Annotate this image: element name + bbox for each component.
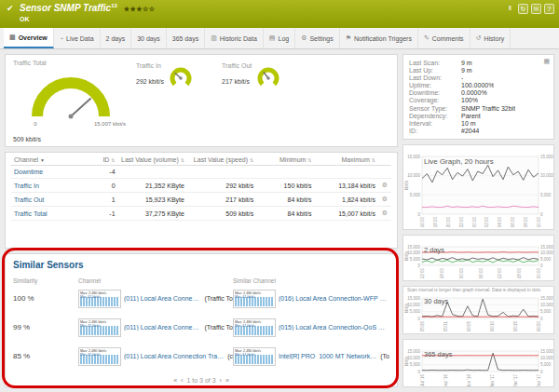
overview-grid-icon: ▦ (9, 34, 16, 41)
mail-icon[interactable]: ✉ (531, 4, 541, 14)
wrench-icon[interactable] (378, 166, 391, 179)
channel-name[interactable]: Downtime (11, 166, 89, 179)
col-id-header[interactable]: ID ⇅ (89, 155, 117, 166)
channel-name[interactable]: Traffic Out (11, 193, 89, 207)
tab-comments[interactable]: ✎Comments (418, 28, 470, 48)
svg-text:00:00: 00:00 (472, 217, 477, 228)
col-label: Last Value (volume) (121, 156, 179, 163)
page-range-label: 1 to 3 of 3 (186, 377, 215, 384)
col-channel-header[interactable]: Channel ▼ (11, 155, 89, 166)
similarity-value: 85 % (13, 352, 78, 360)
live-graph-panel[interactable]: 15,00015,00010,00010,0005,0005,0000016:0… (402, 144, 554, 230)
similar-channel-link[interactable]: (015) Local Area Connection-QoS Packet S… (279, 324, 387, 331)
channel-link[interactable]: (011) Local Area Connection Traffic (124, 353, 225, 359)
svg-text:5,000: 5,000 (410, 193, 421, 197)
graph-30-days-panel[interactable]: Scan interval is longer than graph inter… (402, 286, 554, 334)
wrench-icon[interactable]: ⚙ (378, 193, 391, 207)
channel-mini-graph[interactable]: Max: 2,480 kbit/sMin: 41 kbit/s (78, 290, 121, 308)
tab-label: Overview (19, 34, 48, 41)
channel-name[interactable]: Traffic In (11, 179, 89, 193)
table-row: Traffic In 0 21,352 KByte 292 kbit/s 150… (11, 179, 391, 193)
next-page-icon[interactable]: › (220, 377, 222, 384)
svg-text:0: 0 (540, 264, 543, 268)
detail-label: Interval: (409, 120, 461, 128)
svg-text:05/31: 05/31 (443, 321, 448, 332)
minimum-value: 150 kbit/s (256, 179, 314, 193)
graph-2-days-panel[interactable]: 15,00015,00010,00010,0005,0005,0000012:0… (402, 235, 554, 281)
similar-channel-mini-graph[interactable]: Max: 2,480 kbit/sMin: 41 kbit/s (233, 290, 276, 308)
svg-text:0: 0 (540, 370, 543, 374)
last-page-icon[interactable]: » (225, 377, 229, 384)
tab-2-days[interactable]: 2 days (101, 28, 132, 48)
channel-suffix: (Traffic To (204, 324, 233, 331)
detail-label: Downtime: (409, 89, 461, 97)
col-label: ID (102, 156, 109, 163)
similar-channel-link[interactable]: (016) Local Area Connection-WFP LightWei… (279, 295, 387, 302)
tab-settings[interactable]: ⚙Settings (295, 28, 340, 48)
pause-icon[interactable]: ‖ (505, 4, 515, 14)
tab-notification-triggers[interactable]: ⚑Notification Triggers (340, 28, 418, 48)
svg-text:kbit/s: kbit/s (404, 356, 409, 366)
traffic-total-gauge: 0 15,007 kbit/s (17, 70, 127, 128)
first-page-icon[interactable]: « (173, 377, 177, 384)
ok-check-icon: ✔ (7, 4, 14, 13)
tab-30-days[interactable]: 30 days (131, 28, 167, 48)
svg-text:Nov '16: Nov '16 (467, 374, 471, 386)
detail-value: Parent (461, 113, 481, 120)
channel-link[interactable]: (011) Local Area Connection Traffic (124, 295, 201, 302)
svg-text:10,000: 10,000 (540, 250, 553, 255)
tab-history[interactable]: ↺History (470, 28, 511, 48)
table-row: Traffic Total -1 37,275 KByte 509 kbit/s… (11, 207, 391, 221)
similar-channel-suffix: (To (380, 353, 389, 359)
tab-label: History (484, 35, 504, 42)
channel-header: Channel (78, 277, 233, 284)
table-view-icon[interactable]: ▦ (543, 58, 550, 65)
help-icon[interactable]: ? (544, 4, 554, 14)
similar-channel-mini-graph[interactable]: Max: 2,480 kbit/sMin: 41 kbit/s (233, 318, 276, 337)
channel-link[interactable]: (011) Local Area Connection Traffic (124, 324, 201, 331)
thumb-min-label: Min: 41 kbit/s (80, 294, 106, 298)
tab-label: Live Data (66, 35, 94, 42)
similar-channel-link[interactable]: Intel[R] PRO_1000 MT Network Connection (279, 353, 377, 359)
maximum-value: 15,007 kbit/s (315, 207, 378, 221)
page-title-row: Sensor SNMP Traffic13 ★★★☆☆ (20, 3, 156, 13)
wrench-icon[interactable]: ⚙ (378, 179, 391, 193)
svg-text:10,000: 10,000 (540, 356, 553, 360)
tab-overview[interactable]: ▦Overview (4, 28, 54, 48)
similar-sensors-panel: Similar Sensors Similarity Channel Simil… (5, 253, 398, 387)
svg-text:0: 0 (417, 317, 420, 321)
tab-365-days[interactable]: 365 days (167, 28, 205, 48)
col-maximum-header[interactable]: Maximum ⇅ (315, 155, 378, 166)
tab-historic-data[interactable]: ▥Historic Data (205, 28, 264, 48)
last-value-speed: 217 kbit/s (187, 193, 256, 207)
svg-text:kbit/s: kbit/s (404, 303, 409, 313)
similar-channel-mini-graph[interactable]: Max: 2,480 kbit/sMin: 41 kbit/s (233, 347, 276, 366)
similar-sensor-row: 85 % Max: 2,480 kbit/sMin: 41 kbit/s (01… (13, 342, 389, 371)
priority-stars-icon[interactable]: ★★★☆☆ (124, 6, 156, 12)
channel-id: 1 (89, 193, 117, 207)
detail-value: 9 m (461, 60, 472, 67)
tab-log[interactable]: ▤Log (264, 28, 295, 48)
sensor-header: ✔ Sensor SNMP Traffic13 ★★★☆☆ OK ‖ ↻ ✉ ? (0, 0, 559, 28)
last-value-speed (187, 166, 256, 179)
col-minimum-header[interactable]: Minimum ⇅ (256, 155, 314, 166)
channel-name[interactable]: Traffic Total (11, 207, 89, 221)
wrench-icon[interactable]: ⚙ (378, 207, 391, 221)
graph-365-days-panel[interactable]: 15,00015,00010,00010,0005,0005,00000Jul … (402, 339, 554, 387)
channel-mini-graph[interactable]: Max: 2,480 kbit/sMin: 41 kbit/s (78, 347, 121, 366)
detail-label: Sensor Type: (409, 105, 461, 113)
col-last-value-volume-header[interactable]: Last Value (volume) ⇅ (118, 155, 187, 166)
tab-label: Settings (309, 35, 333, 42)
svg-text:Mar '17: Mar '17 (513, 374, 518, 386)
svg-text:16:00: 16:00 (420, 217, 425, 228)
col-label: Channel (14, 156, 38, 163)
svg-text:5,000: 5,000 (410, 257, 421, 262)
col-last-value-speed-header[interactable]: Last Value (speed) ⇅ (187, 155, 256, 166)
detail-label: Last Scan: (409, 60, 461, 67)
sort-icon: ⇅ (307, 157, 311, 163)
channel-mini-graph[interactable]: Max: 2,480 kbit/sMin: 41 kbit/s (78, 318, 121, 337)
tab-live-data[interactable]: ◔Live Data (54, 28, 101, 48)
svg-text:05/26: 05/26 (420, 321, 425, 332)
prev-page-icon[interactable]: ‹ (181, 377, 183, 384)
refresh-icon[interactable]: ↻ (518, 4, 528, 14)
